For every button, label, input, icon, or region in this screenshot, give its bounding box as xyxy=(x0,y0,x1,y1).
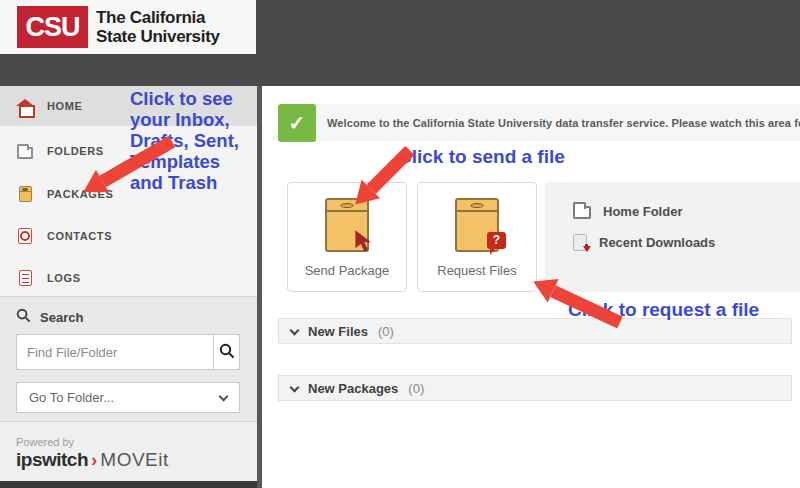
logs-icon xyxy=(16,270,34,286)
search-title: Search xyxy=(16,308,83,326)
chevron-down-icon xyxy=(219,391,229,401)
quick-link-recent-downloads[interactable]: Recent Downloads xyxy=(573,234,800,251)
search-icon xyxy=(16,308,31,326)
csu-logo[interactable]: CSU The California State University xyxy=(0,0,256,54)
download-icon xyxy=(573,234,587,251)
university-name: The California State University xyxy=(96,8,220,46)
sidebar-item-label: CONTACTS xyxy=(47,230,112,242)
request-files-card[interactable]: ? Request Files xyxy=(417,182,537,292)
new-files-section-header[interactable]: New Files (0) xyxy=(278,318,792,344)
search-button[interactable] xyxy=(213,335,239,369)
envelope-icon: ? xyxy=(455,198,499,252)
sidebar-item-contacts[interactable]: CONTACTS xyxy=(0,216,257,256)
search-input[interactable] xyxy=(17,335,213,369)
search-title-label: Search xyxy=(40,310,83,325)
success-check-icon: ✓ xyxy=(278,104,316,142)
annotation-packages-note: Click to see your Inbox, Drafts, Sent, T… xyxy=(130,88,256,193)
sidebar-item-label: HOME xyxy=(47,100,82,112)
welcome-text: Welcome to the California State Universi… xyxy=(327,117,800,129)
ipswitch-moveit-logo: ipswitch › MOVEit xyxy=(16,449,257,471)
new-files-label: New Files xyxy=(308,324,368,339)
go-to-folder-select[interactable]: Go To Folder... xyxy=(16,382,240,413)
quick-link-home-folder[interactable]: Home Folder xyxy=(573,203,800,219)
folder-icon xyxy=(573,206,591,219)
powered-by-label: Powered by xyxy=(16,436,257,448)
send-package-label: Send Package xyxy=(288,263,406,278)
sidebar-item-logs[interactable]: LOGS xyxy=(0,258,257,298)
home-folder-label: Home Folder xyxy=(603,204,682,219)
moveit-wordmark: MOVEit xyxy=(100,449,168,471)
sidebar-item-label: FOLDERS xyxy=(47,145,104,157)
question-badge-icon: ? xyxy=(487,232,506,249)
new-packages-label: New Packages xyxy=(308,381,398,396)
new-files-count: (0) xyxy=(378,324,394,339)
home-icon xyxy=(16,99,34,114)
new-packages-count: (0) xyxy=(408,381,424,396)
sidebar-bottom-bar xyxy=(0,481,257,488)
packages-icon xyxy=(16,186,34,202)
quick-links-panel: Home Folder Recent Downloads xyxy=(545,182,800,292)
sidebar-item-label: LOGS xyxy=(47,272,81,284)
folders-icon xyxy=(16,144,34,159)
welcome-banner: ✓ Welcome to the California State Univer… xyxy=(278,104,800,142)
annotation-send-note: Click to send a file xyxy=(398,146,565,168)
request-files-label: Request Files xyxy=(418,263,536,278)
powered-by: Powered by ipswitch › MOVEit xyxy=(0,423,257,481)
chevron-down-icon xyxy=(290,382,300,392)
recent-downloads-label: Recent Downloads xyxy=(599,235,715,250)
contacts-icon xyxy=(16,228,34,244)
send-package-card[interactable]: Send Package xyxy=(287,182,407,292)
search-box xyxy=(16,334,240,370)
chevron-down-icon xyxy=(290,325,300,335)
new-packages-section-header[interactable]: New Packages (0) xyxy=(278,375,792,401)
cursor-arrow-icon xyxy=(353,229,377,257)
csu-logo-mark: CSU xyxy=(17,6,88,48)
go-to-folder-label: Go To Folder... xyxy=(29,390,114,405)
magnifier-icon xyxy=(219,343,235,362)
moveit-app-window: CSU The California State University HOME… xyxy=(0,0,800,488)
search-section: Search Go To Folder... xyxy=(0,296,257,422)
ipswitch-wordmark: ipswitch xyxy=(16,449,88,471)
ipswitch-chevron-icon: › xyxy=(91,449,97,471)
university-name-line2: State University xyxy=(96,27,220,46)
university-name-line1: The California xyxy=(96,8,220,27)
